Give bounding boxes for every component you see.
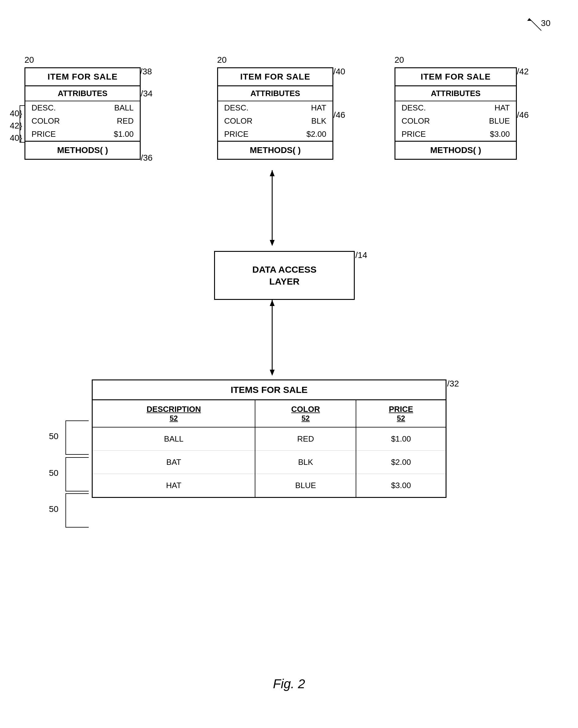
methods-2: METHODS( ) bbox=[218, 142, 332, 159]
attr-label-price-1: PRICE bbox=[31, 129, 56, 139]
ref-40-price-label: 40} bbox=[10, 133, 22, 143]
figure-label: Fig. 2 bbox=[273, 677, 305, 691]
col-color-label: COLOR bbox=[262, 405, 350, 414]
ref-46-obj3-label: /46 bbox=[517, 110, 529, 120]
brace-row2 bbox=[64, 456, 93, 493]
attr-value-desc-1: BALL bbox=[114, 103, 134, 113]
ref-42-obj3-label: /42 bbox=[517, 67, 529, 77]
attr-label-color-1: COLOR bbox=[31, 116, 60, 126]
attr-value-desc-3: HAT bbox=[495, 103, 510, 113]
attr-row-desc-1: DESC. BALL bbox=[25, 101, 140, 114]
svg-marker-7 bbox=[270, 300, 275, 306]
ref-46-obj2-label: /46 bbox=[333, 110, 345, 120]
svg-marker-6 bbox=[270, 370, 275, 376]
attr-row-price-3: PRICE $3.00 bbox=[395, 128, 516, 141]
item-header-3: ITEM FOR SALE bbox=[395, 68, 516, 86]
cell-price-2: $2.00 bbox=[356, 451, 446, 474]
attr-row-color-2: COLOR BLK bbox=[218, 114, 332, 128]
cell-desc-2: BAT bbox=[93, 451, 255, 474]
attr-label-desc-1: DESC. bbox=[31, 103, 56, 113]
dal-label-line2: LAYER bbox=[252, 276, 316, 287]
attr-label-desc-3: DESC. bbox=[402, 103, 426, 113]
attr-header-3: ATTRIBUTES bbox=[395, 86, 516, 101]
item-for-sale-box-2: ITEM FOR SALE ATTRIBUTES DESC. HAT COLOR… bbox=[217, 67, 333, 160]
item-header-2: ITEM FOR SALE bbox=[218, 68, 332, 86]
arrow-dal-to-db bbox=[263, 300, 281, 376]
table-row-1: BALL RED $1.00 bbox=[93, 427, 446, 451]
cell-color-1: RED bbox=[255, 427, 356, 451]
attr-header-1: ATTRIBUTES bbox=[25, 86, 140, 101]
attributes-section-2: ATTRIBUTES DESC. HAT COLOR BLK PRICE $2.… bbox=[218, 86, 332, 142]
ref-20-label-1: 20 bbox=[25, 55, 34, 65]
ref-32-label: /32 bbox=[447, 379, 459, 389]
ref-42-color-label: 42} bbox=[10, 121, 22, 131]
methods-3: METHODS( ) bbox=[395, 142, 516, 159]
cell-price-1: $1.00 bbox=[356, 427, 446, 451]
svg-line-0 bbox=[529, 18, 541, 31]
ref-36-label: /36 bbox=[141, 153, 153, 163]
attr-label-price-2: PRICE bbox=[224, 129, 248, 139]
svg-marker-3 bbox=[270, 240, 275, 246]
ref-50-row2: 50 bbox=[49, 468, 58, 478]
ref-50-row3: 50 bbox=[49, 504, 58, 514]
table-title: ITEMS FOR SALE bbox=[93, 380, 446, 400]
attr-label-desc-2: DESC. bbox=[224, 103, 248, 113]
attributes-section-1: ATTRIBUTES DESC. BALL COLOR RED PRICE $1… bbox=[25, 86, 140, 142]
ref-30-label: 30 bbox=[541, 18, 550, 28]
attr-row-price-1: PRICE $1.00 bbox=[25, 128, 140, 141]
dal-box: DATA ACCESS LAYER bbox=[214, 251, 355, 300]
cell-price-3: $3.00 bbox=[356, 474, 446, 497]
attr-value-price-2: $2.00 bbox=[306, 129, 326, 139]
attr-label-color-2: COLOR bbox=[224, 116, 252, 126]
col-color-ref: 52 bbox=[262, 414, 350, 423]
arrow-obj2-to-dal bbox=[263, 170, 281, 246]
col-description: DESCRIPTION 52 bbox=[93, 400, 255, 427]
col-price-ref: 52 bbox=[362, 414, 439, 423]
attr-row-color-1: COLOR RED bbox=[25, 114, 140, 128]
attr-row-desc-3: DESC. HAT bbox=[395, 101, 516, 114]
ref-40-desc-label: 40} bbox=[10, 109, 22, 119]
ref-20-label-2: 20 bbox=[217, 55, 227, 65]
ref-14-label: /14 bbox=[355, 250, 367, 260]
dal-label: DATA ACCESS LAYER bbox=[252, 263, 316, 287]
dal-label-line1: DATA ACCESS bbox=[252, 263, 316, 276]
attr-value-price-3: $3.00 bbox=[490, 129, 510, 139]
attr-header-2: ATTRIBUTES bbox=[218, 86, 332, 101]
brace-row1 bbox=[64, 419, 93, 456]
cell-desc-3: HAT bbox=[93, 474, 255, 497]
attr-row-color-3: COLOR BLUE bbox=[395, 114, 516, 128]
attr-value-desc-2: HAT bbox=[311, 103, 326, 113]
attr-row-price-2: PRICE $2.00 bbox=[218, 128, 332, 141]
ref-50-row1: 50 bbox=[49, 432, 58, 441]
items-table: DESCRIPTION 52 COLOR 52 PRICE 52 BALL bbox=[93, 400, 446, 497]
col-desc-ref: 52 bbox=[99, 414, 249, 423]
diagram: 30 20 ITEM FOR SALE ATTRIBUTES DESC. BAL… bbox=[0, 0, 578, 728]
cell-color-2: BLK bbox=[255, 451, 356, 474]
brace-row3 bbox=[64, 492, 93, 529]
ref-40-obj2-label: /40 bbox=[333, 67, 345, 77]
attr-value-color-2: BLK bbox=[311, 116, 326, 126]
table-row-3: HAT BLUE $3.00 bbox=[93, 474, 446, 497]
item-for-sale-box-3: ITEM FOR SALE ATTRIBUTES DESC. HAT COLOR… bbox=[394, 67, 517, 160]
item-header-1: ITEM FOR SALE bbox=[25, 68, 140, 86]
attr-label-color-3: COLOR bbox=[402, 116, 430, 126]
svg-marker-4 bbox=[270, 170, 275, 176]
attr-label-price-3: PRICE bbox=[402, 129, 426, 139]
attributes-section-3: ATTRIBUTES DESC. HAT COLOR BLUE PRICE $3… bbox=[395, 86, 516, 142]
methods-1: METHODS( ) bbox=[25, 142, 140, 159]
col-price: PRICE 52 bbox=[356, 400, 446, 427]
ref-34-label: /34 bbox=[141, 89, 153, 99]
cell-color-3: BLUE bbox=[255, 474, 356, 497]
attr-row-desc-2: DESC. HAT bbox=[218, 101, 332, 114]
database-table: ITEMS FOR SALE DESCRIPTION 52 COLOR 52 P… bbox=[92, 380, 446, 498]
col-desc-label: DESCRIPTION bbox=[99, 405, 249, 414]
ref-20-label-3: 20 bbox=[394, 55, 404, 65]
svg-marker-1 bbox=[527, 18, 531, 21]
item-for-sale-box-1: ITEM FOR SALE ATTRIBUTES DESC. BALL COLO… bbox=[25, 67, 141, 160]
attr-value-color-1: RED bbox=[117, 116, 134, 126]
table-row-2: BAT BLK $2.00 bbox=[93, 451, 446, 474]
attr-value-color-3: BLUE bbox=[489, 116, 510, 126]
ref-38-label: /38 bbox=[140, 67, 152, 77]
cell-desc-1: BALL bbox=[93, 427, 255, 451]
attr-value-price-1: $1.00 bbox=[114, 129, 134, 139]
